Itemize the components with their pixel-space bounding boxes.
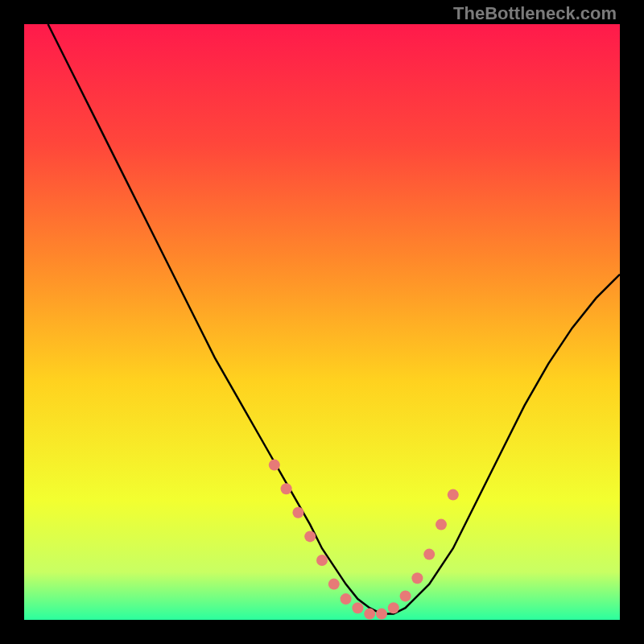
marker-dot [376,609,387,620]
marker-dot [304,530,316,542]
chart-frame [24,24,620,620]
marker-dot [341,593,352,605]
chart-plot [24,24,620,620]
marker-dot [316,555,328,566]
marker-dot [352,602,363,613]
marker-dot [400,590,411,601]
marker-dot [436,519,447,530]
marker-dot [328,579,340,590]
marker-dot [281,483,292,494]
marker-dot [364,609,375,620]
attribution-text: TheBottleneck.com [453,3,617,24]
chart-background [24,24,620,620]
marker-dot [269,460,280,471]
marker-dot [411,572,423,584]
marker-dot [292,507,303,518]
marker-dot [388,602,399,613]
marker-dot [423,549,435,560]
marker-dot [448,489,459,501]
